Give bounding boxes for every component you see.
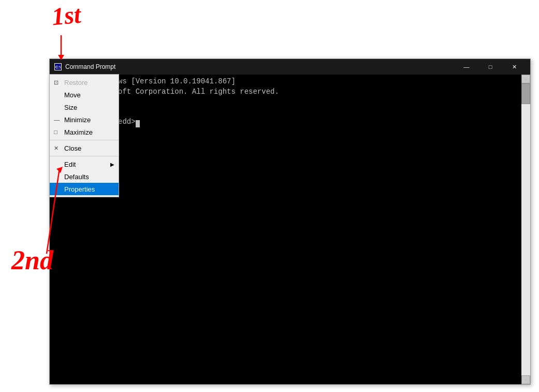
maximize-icon: □ bbox=[54, 129, 57, 135]
menu-item-properties[interactable]: Properties bbox=[50, 183, 119, 195]
annotation-first: 1st bbox=[51, 0, 82, 31]
menu-item-edit[interactable]: Edit ▶ bbox=[50, 158, 119, 170]
menu-item-restore[interactable]: ⊡ Restore bbox=[50, 76, 119, 89]
menu-item-maximize[interactable]: □ Maximize bbox=[50, 126, 119, 138]
title-bar: C:\ Command Prompt — □ ✕ bbox=[50, 59, 530, 75]
terminal-line-2: (c) 2021 Microsoft Corporation. All righ… bbox=[53, 87, 527, 97]
menu-item-minimize[interactable]: — Minimize bbox=[50, 113, 119, 126]
menu-item-defaults[interactable]: Defaults bbox=[50, 170, 119, 183]
terminal-line-1: Microsoft Windows [Version 10.0.19041.86… bbox=[53, 77, 527, 87]
menu-item-defaults-label: Defaults bbox=[64, 173, 89, 181]
maximize-button[interactable]: □ bbox=[478, 59, 502, 75]
scroll-thumb[interactable] bbox=[521, 83, 530, 104]
terminal-line-4: C:\Users\edd> bbox=[53, 107, 527, 138]
menu-item-move[interactable]: Move bbox=[50, 89, 119, 101]
edit-submenu-arrow: ▶ bbox=[110, 162, 114, 167]
terminal-body: Microsoft Windows [Version 10.0.19041.86… bbox=[50, 75, 530, 384]
separator-1 bbox=[50, 140, 119, 140]
cmd-icon-box: C:\ bbox=[54, 63, 62, 70]
menu-item-restore-label: Restore bbox=[64, 79, 88, 86]
terminal-cursor bbox=[136, 120, 140, 127]
title-bar-buttons: — □ ✕ bbox=[455, 59, 526, 75]
scrollbar[interactable]: ▲ ▼ bbox=[521, 75, 530, 384]
svg-text:2nd: 2nd bbox=[11, 245, 54, 275]
menu-item-close-label: Close bbox=[64, 144, 81, 152]
minimize-icon: — bbox=[54, 117, 60, 123]
scroll-down-button[interactable]: ▼ bbox=[521, 375, 530, 384]
separator-2 bbox=[50, 156, 119, 156]
menu-item-edit-label: Edit bbox=[64, 161, 76, 168]
scroll-up-button[interactable]: ▲ bbox=[521, 75, 530, 83]
menu-item-close[interactable]: ✕ Close bbox=[50, 142, 119, 154]
scroll-track bbox=[521, 104, 530, 375]
menu-item-size[interactable]: Size bbox=[50, 101, 119, 113]
cmd-window: C:\ Command Prompt — □ ✕ Microsoft Windo… bbox=[49, 59, 531, 385]
menu-item-size-label: Size bbox=[64, 104, 77, 111]
terminal-line-3 bbox=[53, 97, 527, 107]
menu-item-maximize-label: Maximize bbox=[64, 128, 93, 136]
close-button[interactable]: ✕ bbox=[502, 59, 526, 75]
menu-item-move-label: Move bbox=[64, 91, 81, 99]
cmd-icon: C:\ bbox=[54, 63, 62, 71]
window-title: Command Prompt bbox=[65, 63, 455, 70]
context-menu: ⊡ Restore Move Size — Minimize □ Maximiz… bbox=[49, 74, 119, 197]
menu-item-properties-label: Properties bbox=[64, 185, 95, 193]
menu-item-minimize-label: Minimize bbox=[64, 116, 91, 124]
restore-icon: ⊡ bbox=[54, 79, 59, 86]
minimize-button[interactable]: — bbox=[455, 59, 478, 75]
close-menu-icon: ✕ bbox=[54, 145, 59, 152]
